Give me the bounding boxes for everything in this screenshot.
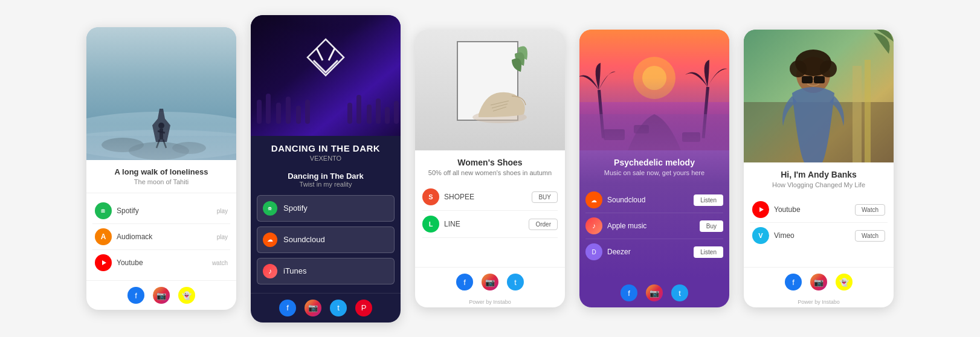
card2-pinterest-icon[interactable]: P xyxy=(355,300,372,316)
card2-itunes-row[interactable]: ♪ iTunes xyxy=(257,258,395,284)
card4-footer: f 📷 t xyxy=(579,278,729,307)
card4-soundcloud-icon: ☁ xyxy=(585,191,602,208)
card2-facebook-icon[interactable]: f xyxy=(279,300,296,316)
card-andy-banks: Hi, I'm Andy Banks How Vlogging Changed … xyxy=(744,30,894,307)
card3-shopee-btn[interactable]: BUY xyxy=(532,191,558,203)
card5-snapchat-icon[interactable]: 👻 xyxy=(836,274,853,290)
audiomack-icon: A xyxy=(95,228,112,245)
card5-vimeo-icon: V xyxy=(752,227,769,244)
card1-links: Spotify play A Audiomack play Y xyxy=(86,193,236,280)
card4-applemusic-name: Apple music xyxy=(607,222,646,230)
card4-applemusic-row[interactable]: ♪ Apple music Buy xyxy=(585,213,723,239)
card5-vimeo-row[interactable]: V Vimeo Watch xyxy=(750,223,888,248)
card5-text-section: Hi, I'm Andy Banks How Vlogging Changed … xyxy=(744,162,894,192)
line-icon: L xyxy=(422,216,439,233)
card2-soundcloud-icon: ☁ xyxy=(263,233,277,247)
card1-snapchat-icon[interactable]: 👻 xyxy=(178,287,195,304)
card3-twitter-icon[interactable]: t xyxy=(507,274,524,290)
card5-youtube-row[interactable]: Youtube Watch xyxy=(750,197,888,223)
card4-soundcloud-left: ☁ Soundcloud xyxy=(585,191,645,208)
card4-instagram-icon[interactable]: 📷 xyxy=(646,284,663,301)
card3-line-row[interactable]: L LINE Order xyxy=(422,211,558,238)
card4-image xyxy=(579,30,729,150)
svg-rect-28 xyxy=(394,101,399,124)
card1-youtube-action: watch xyxy=(212,260,228,266)
card1-youtube-row[interactable]: Youtube watch xyxy=(92,250,230,275)
card3-line-left: L LINE xyxy=(422,216,460,233)
svg-point-42 xyxy=(642,66,666,90)
card2-soundcloud-name: Soundcloud xyxy=(283,235,325,244)
card4-deezer-icon: D xyxy=(585,243,602,260)
svg-point-56 xyxy=(820,60,837,77)
svg-rect-17 xyxy=(257,100,262,124)
card-psychedelic: Psychedelic melody Music on sale now, ge… xyxy=(579,30,729,307)
card2-title-section: DANCING IN THE DARK VEXENTO xyxy=(251,136,401,169)
card2-main-title: DANCING IN THE DARK xyxy=(257,143,395,153)
svg-point-41 xyxy=(633,57,675,99)
card1-spotify-left: Spotify xyxy=(95,202,139,219)
card3-facebook-icon[interactable]: f xyxy=(456,274,473,290)
card1-spotify-name: Spotify xyxy=(117,207,139,215)
card1-youtube-name: Youtube xyxy=(117,258,143,267)
card2-soundcloud-btn[interactable]: ☁ Soundcloud xyxy=(257,226,395,253)
card1-facebook-icon[interactable]: f xyxy=(127,287,144,304)
card1-footer: f 📷 👻 xyxy=(86,280,236,310)
svg-rect-25 xyxy=(367,104,372,124)
card2-spotify-row[interactable]: Spotify xyxy=(257,195,395,222)
card4-soundcloud-row[interactable]: ☁ Soundcloud Listen xyxy=(585,187,723,213)
youtube-icon xyxy=(95,254,112,271)
svg-rect-43 xyxy=(598,90,605,138)
card5-facebook-icon[interactable]: f xyxy=(785,274,802,290)
svg-rect-47 xyxy=(634,125,649,133)
card-womens-shoes: Women's Shoes 50% off all new women's sh… xyxy=(415,30,565,307)
card1-spotify-row[interactable]: Spotify play xyxy=(92,198,230,224)
card2-spotify-btn[interactable]: Spotify xyxy=(257,195,395,222)
card4-facebook-icon[interactable]: f xyxy=(621,284,637,301)
card4-twitter-icon[interactable]: t xyxy=(671,284,688,301)
card2-itunes-btn[interactable]: ♪ iTunes xyxy=(257,258,395,284)
card1-spotify-action: play xyxy=(217,208,228,214)
shopee-icon: S xyxy=(422,188,439,205)
card4-deezer-name: Deezer xyxy=(607,248,631,256)
card3-shopee-row[interactable]: S SHOPEE BUY xyxy=(422,184,558,211)
card5-vimeo-name: Vimeo xyxy=(774,231,795,240)
card3-image xyxy=(415,30,565,150)
svg-rect-44 xyxy=(702,87,709,138)
svg-rect-18 xyxy=(266,94,271,124)
svg-rect-51 xyxy=(853,66,862,162)
card4-title: Psychedelic melody xyxy=(585,158,723,167)
svg-marker-60 xyxy=(759,207,764,212)
card1-audiomack-row[interactable]: A Audiomack play xyxy=(92,224,230,250)
card4-links: ☁ Soundcloud Listen ♪ Apple music Buy xyxy=(579,184,729,278)
card2-soundcloud-row[interactable]: ☁ Soundcloud xyxy=(257,226,395,253)
svg-rect-23 xyxy=(347,103,352,124)
card4-deezer-row[interactable]: D Deezer Listen xyxy=(585,239,723,265)
svg-marker-14 xyxy=(102,260,106,265)
card1-instagram-icon[interactable]: 📷 xyxy=(153,287,170,304)
card4-subtitle: Music on sale now, get yours here xyxy=(585,169,723,176)
card5-image xyxy=(744,30,894,162)
card4-applemusic-btn[interactable]: Buy xyxy=(700,220,723,232)
card3-line-btn[interactable]: Order xyxy=(529,219,558,230)
svg-rect-19 xyxy=(276,103,281,124)
card-music-walk: A long walk of loneliness The moon of Ta… xyxy=(86,27,236,310)
svg-rect-52 xyxy=(865,60,871,162)
card5-youtube-icon xyxy=(752,201,769,218)
card3-poweredby: Power by Instabo xyxy=(415,297,565,307)
card3-instagram-icon[interactable]: 📷 xyxy=(482,274,498,290)
card5-youtube-btn[interactable]: Watch xyxy=(855,204,885,216)
card2-footer: f 📷 t P xyxy=(251,293,401,323)
card2-itunes-name: iTunes xyxy=(283,266,307,275)
card5-poweredby: Power by Instabo xyxy=(744,297,894,307)
card4-deezer-btn[interactable]: Listen xyxy=(694,246,723,258)
card2-artist: VEXENTO xyxy=(257,155,395,162)
card5-footer: f 📷 👻 xyxy=(744,267,894,297)
card5-vimeo-btn[interactable]: Watch xyxy=(855,230,885,242)
card-dancing-dark: DANCING IN THE DARK VEXENTO Dancing in T… xyxy=(251,15,401,323)
svg-rect-46 xyxy=(682,132,700,142)
card4-soundcloud-btn[interactable]: Listen xyxy=(694,194,723,206)
card2-instagram-icon[interactable]: 📷 xyxy=(305,300,321,316)
card5-instagram-icon[interactable]: 📷 xyxy=(810,274,827,290)
card2-twitter-icon[interactable]: t xyxy=(330,300,347,316)
card2-image xyxy=(251,15,401,136)
